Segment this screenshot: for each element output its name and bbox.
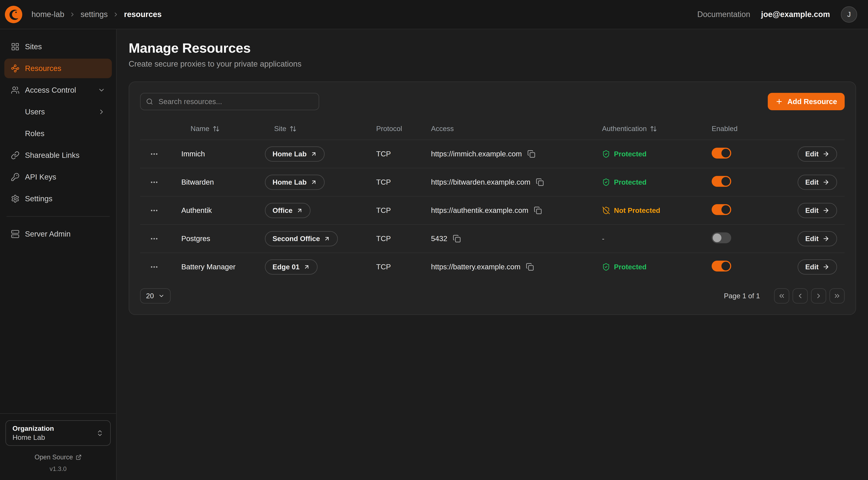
sidebar-item-api-keys[interactable]: API Keys xyxy=(4,167,112,187)
pagination-controls: Page 1 of 1 xyxy=(724,288,845,303)
avatar[interactable]: J xyxy=(841,6,857,23)
arrow-right-icon xyxy=(823,263,830,270)
copy-button[interactable] xyxy=(526,263,534,271)
sort-icon xyxy=(289,125,297,132)
chevron-down-icon xyxy=(98,86,105,94)
ellipsis-icon xyxy=(150,234,158,243)
chevron-right-icon xyxy=(98,108,105,116)
sidebar-item-label: Access Control xyxy=(25,86,76,94)
header-protocol: Protocol xyxy=(376,125,431,133)
table-row: Immich Home Lab TCP https://immich.examp… xyxy=(140,140,845,168)
site-name: Edge 01 xyxy=(273,263,300,271)
previous-page-button[interactable] xyxy=(793,288,808,303)
access-url: https://bitwarden.example.com xyxy=(431,178,530,186)
site-link-button[interactable]: Home Lab xyxy=(265,175,324,190)
edit-button[interactable]: Edit xyxy=(798,259,837,275)
documentation-link[interactable]: Documentation xyxy=(698,10,750,19)
page-size-select[interactable]: 20 xyxy=(140,288,170,303)
breadcrumb-resources[interactable]: resources xyxy=(124,10,162,19)
breadcrumb-settings[interactable]: settings xyxy=(81,10,108,19)
row-menu-button[interactable] xyxy=(147,259,162,275)
user-email[interactable]: joe@example.com xyxy=(761,10,830,19)
enabled-toggle[interactable] xyxy=(712,261,731,271)
header-enabled: Enabled xyxy=(712,125,785,133)
arrow-up-right-icon xyxy=(310,151,317,157)
sidebar: Sites Resources Access Control Users Rol… xyxy=(0,29,117,480)
server-icon xyxy=(11,230,20,238)
sidebar-item-label: API Keys xyxy=(25,173,56,181)
page-subtitle: Create secure proxies to your private ap… xyxy=(129,60,856,68)
row-menu-button[interactable] xyxy=(147,175,162,190)
protocol: TCP xyxy=(376,234,431,243)
sidebar-item-settings[interactable]: Settings xyxy=(4,189,112,209)
auth-status: Protected xyxy=(602,263,712,271)
edit-button[interactable]: Edit xyxy=(798,203,837,218)
sidebar-item-shareable-links[interactable]: Shareable Links xyxy=(4,146,112,165)
external-link-icon xyxy=(75,454,82,460)
site-link-button[interactable]: Office xyxy=(265,203,310,218)
sidebar-item-server-admin[interactable]: Server Admin xyxy=(4,224,112,244)
row-menu-button[interactable] xyxy=(147,203,162,218)
enabled-toggle[interactable] xyxy=(712,204,731,215)
next-page-button[interactable] xyxy=(811,288,826,303)
site-link-button[interactable]: Home Lab xyxy=(265,146,324,161)
ellipsis-icon xyxy=(150,178,158,187)
sidebar-item-roles[interactable]: Roles xyxy=(4,124,112,143)
copy-icon xyxy=(453,235,461,243)
enabled-toggle[interactable] xyxy=(712,176,731,187)
auth-status: Protected xyxy=(602,178,712,186)
row-menu-button[interactable] xyxy=(147,231,162,246)
app-shell: Sites Resources Access Control Users Rol… xyxy=(0,29,868,480)
header-site[interactable]: Site xyxy=(265,125,376,133)
row-menu-button[interactable] xyxy=(147,146,162,161)
arrow-up-right-icon xyxy=(310,179,317,185)
add-resource-button[interactable]: Add Resource xyxy=(768,93,845,110)
auth-status: - xyxy=(602,235,712,243)
edit-button[interactable]: Edit xyxy=(798,231,837,246)
sidebar-item-access-control[interactable]: Access Control xyxy=(4,80,112,100)
arrow-right-icon xyxy=(823,150,830,157)
app-logo-icon[interactable] xyxy=(4,5,23,24)
edit-button[interactable]: Edit xyxy=(798,175,837,190)
sidebar-item-label: Users xyxy=(25,108,45,116)
sidebar-item-users[interactable]: Users xyxy=(4,102,112,122)
add-resource-label: Add Resource xyxy=(787,97,837,106)
copy-button[interactable] xyxy=(527,150,535,158)
enabled-toggle[interactable] xyxy=(712,148,731,158)
plus-icon xyxy=(775,98,783,106)
arrow-up-right-icon xyxy=(324,236,330,242)
header-access: Access xyxy=(431,125,602,133)
site-name: Office xyxy=(273,207,292,214)
chevron-down-icon xyxy=(158,293,165,299)
resource-name: Bitwarden xyxy=(181,178,265,186)
copy-button[interactable] xyxy=(536,178,544,186)
organization-selector[interactable]: Organization Home Lab xyxy=(5,420,111,446)
site-link-button[interactable]: Edge 01 xyxy=(265,259,317,275)
shield-check-icon xyxy=(602,178,610,186)
site-name: Home Lab xyxy=(273,178,307,186)
search-input[interactable] xyxy=(157,97,313,107)
last-page-button[interactable] xyxy=(830,288,845,303)
open-source-link[interactable]: Open Source xyxy=(5,453,111,461)
chevrons-left-icon xyxy=(778,292,785,300)
pagination: 20 Page 1 of 1 xyxy=(140,288,845,303)
header-name[interactable]: Name xyxy=(181,125,265,133)
arrow-up-right-icon xyxy=(297,207,303,214)
header-authentication[interactable]: Authentication xyxy=(602,125,712,133)
edit-button[interactable]: Edit xyxy=(798,146,837,161)
site-link-button[interactable]: Second Office xyxy=(265,231,338,246)
search-box[interactable] xyxy=(140,93,319,110)
sidebar-item-sites[interactable]: Sites xyxy=(4,37,112,57)
sidebar-item-resources[interactable]: Resources xyxy=(4,59,112,78)
main-content: Manage Resources Create secure proxies t… xyxy=(117,29,868,480)
breadcrumb-home-lab[interactable]: home-lab xyxy=(31,10,64,19)
chevron-right-icon xyxy=(113,11,119,18)
copy-button[interactable] xyxy=(453,235,461,243)
enabled-toggle[interactable] xyxy=(712,232,731,243)
first-page-button[interactable] xyxy=(774,288,789,303)
copy-button[interactable] xyxy=(534,206,542,214)
organization-label: Organization xyxy=(12,425,54,432)
search-icon xyxy=(146,98,153,106)
page-size-value: 20 xyxy=(146,292,154,300)
chevrons-right-icon xyxy=(833,292,841,300)
